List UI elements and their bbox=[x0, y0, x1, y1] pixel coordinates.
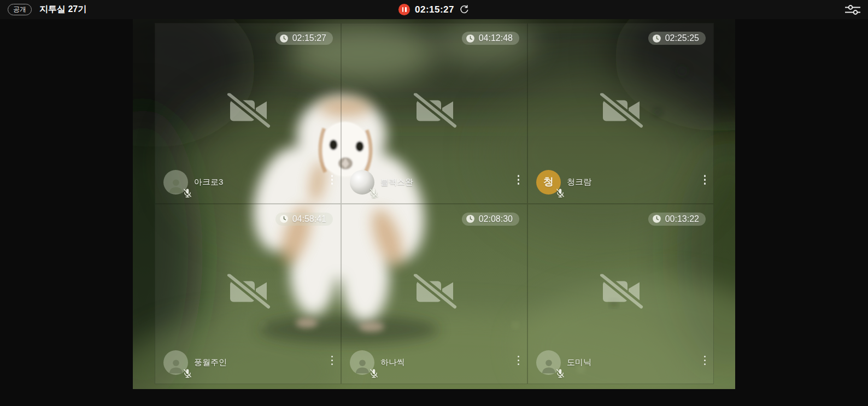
kebab-menu-icon bbox=[704, 356, 706, 358]
kebab-menu-icon bbox=[331, 175, 333, 177]
study-timer-badge: 00:13:22 bbox=[648, 213, 706, 226]
avatar bbox=[163, 170, 188, 195]
tile-menu-button[interactable] bbox=[329, 354, 336, 368]
session-timer-cluster: 02:15:27 bbox=[398, 0, 470, 19]
camera-off-icon bbox=[411, 274, 458, 309]
participant-name: 블랙스완 bbox=[380, 177, 413, 187]
study-timer-text: 04:12:48 bbox=[479, 33, 513, 43]
clock-icon bbox=[652, 34, 661, 43]
visibility-badge: 공개 bbox=[8, 4, 32, 15]
tile-footer: 청 청크람 bbox=[536, 170, 591, 195]
tile-footer: 아크로3 bbox=[163, 170, 223, 195]
camera-off-icon bbox=[225, 274, 272, 309]
mic-off-icon bbox=[368, 187, 379, 198]
participant-tile[interactable]: 02:15:27 bbox=[155, 23, 341, 204]
avatar: 청 bbox=[536, 170, 561, 195]
clock-icon bbox=[466, 214, 475, 223]
clock-icon bbox=[466, 34, 475, 43]
participant-grid: 02:15:27 bbox=[155, 23, 714, 384]
avatar bbox=[163, 350, 188, 375]
participant-name: 도미닉 bbox=[567, 357, 591, 368]
mic-off-icon bbox=[368, 368, 379, 379]
clock-icon bbox=[279, 214, 289, 223]
mic-off-icon bbox=[555, 187, 566, 198]
tile-menu-button[interactable] bbox=[329, 173, 336, 187]
avatar bbox=[350, 170, 374, 195]
camera-off-icon bbox=[597, 93, 644, 128]
study-timer-text: 04:58:41 bbox=[292, 214, 326, 224]
tile-footer: 풍월주인 bbox=[163, 350, 227, 375]
mic-off-icon bbox=[555, 368, 566, 379]
kebab-menu-icon bbox=[331, 356, 333, 358]
study-timer-badge: 02:15:27 bbox=[275, 32, 333, 45]
room-title: 지투실 27기 bbox=[39, 4, 86, 15]
kebab-menu-icon bbox=[518, 175, 520, 177]
tile-menu-button[interactable] bbox=[515, 173, 522, 187]
mic-off-icon bbox=[182, 368, 193, 379]
camera-off-icon bbox=[597, 274, 644, 309]
session-timer: 02:15:27 bbox=[415, 4, 454, 15]
camera-off-icon bbox=[225, 93, 272, 128]
participant-tile[interactable]: 02:08:30 bbox=[341, 204, 527, 385]
clock-icon bbox=[652, 214, 661, 223]
kebab-menu-icon bbox=[704, 175, 706, 177]
video-area: 02:15:27 bbox=[133, 19, 735, 389]
participant-tile[interactable]: 00:13:22 bbox=[527, 204, 714, 385]
pause-icon bbox=[402, 7, 403, 12]
tile-menu-button[interactable] bbox=[702, 354, 708, 368]
tile-footer: 하나씩 bbox=[350, 350, 405, 375]
tile-footer: 블랙스완 bbox=[350, 170, 413, 195]
avatar-initial: 청 bbox=[543, 175, 554, 189]
video-stage: 02:15:27 bbox=[0, 19, 868, 406]
participant-tile[interactable]: 02:25:25 청 bbox=[527, 23, 714, 204]
avatar bbox=[536, 350, 561, 375]
pause-button[interactable] bbox=[398, 4, 410, 15]
filters-button[interactable] bbox=[845, 4, 860, 16]
participant-name: 하나씩 bbox=[380, 357, 405, 368]
filters-sliders-icon bbox=[845, 4, 860, 16]
kebab-menu-icon bbox=[518, 356, 520, 358]
tile-menu-button[interactable] bbox=[515, 354, 522, 368]
participant-name: 아크로3 bbox=[194, 177, 223, 187]
participant-name: 청크람 bbox=[567, 177, 591, 187]
clock-icon bbox=[279, 34, 289, 43]
participant-tile[interactable]: 04:58:41 bbox=[155, 204, 341, 385]
participant-name: 풍월주인 bbox=[194, 357, 227, 368]
participant-tile[interactable]: 04:12:48 bbox=[341, 23, 527, 204]
study-timer-badge: 04:12:48 bbox=[462, 32, 519, 45]
tile-menu-button[interactable] bbox=[702, 173, 708, 187]
tile-footer: 도미닉 bbox=[536, 350, 591, 375]
refresh-icon bbox=[459, 4, 470, 15]
study-timer-text: 02:25:25 bbox=[665, 33, 699, 43]
camera-off-icon bbox=[411, 93, 458, 128]
study-timer-badge: 02:25:25 bbox=[648, 32, 706, 45]
avatar bbox=[350, 350, 374, 375]
study-timer-badge: 04:58:41 bbox=[275, 213, 333, 226]
study-timer-text: 00:13:22 bbox=[665, 214, 699, 224]
mic-off-icon bbox=[182, 187, 193, 198]
topbar: 공개 지투실 27기 02:15:27 bbox=[0, 0, 868, 19]
study-timer-badge: 02:08:30 bbox=[462, 213, 519, 226]
study-timer-text: 02:15:27 bbox=[292, 33, 326, 43]
refresh-button[interactable] bbox=[459, 4, 470, 15]
study-timer-text: 02:08:30 bbox=[479, 214, 513, 224]
